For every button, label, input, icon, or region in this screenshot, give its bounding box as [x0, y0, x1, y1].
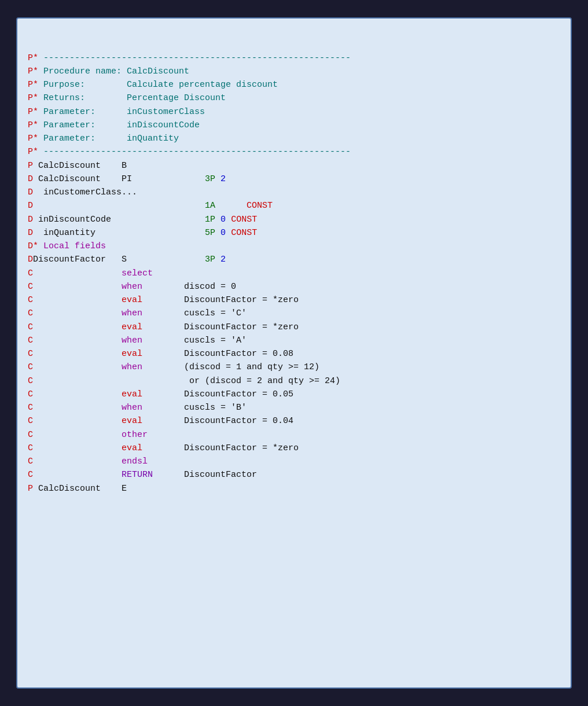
code-token: 1A [205, 201, 215, 211]
code-token: C [28, 457, 33, 466]
code-line: P* -------------------------------------… [28, 145, 560, 159]
code-token: other [122, 430, 148, 440]
code-token: CalcDiscount E [33, 484, 127, 494]
code-token: cuscls = [142, 403, 231, 413]
code-token: cuscls = [142, 308, 231, 318]
code-line: D* Local fields [28, 240, 560, 253]
code-line: P* Procedure name: CalcDiscount [28, 65, 560, 78]
code-block: P* -------------------------------------… [28, 24, 560, 495]
code-token: DiscountFactor S [33, 255, 205, 264]
code-token: P* [28, 80, 38, 90]
code-token [33, 308, 122, 318]
code-token: inCustomerClass... [33, 187, 137, 197]
code-token [226, 228, 231, 238]
code-token: C [28, 349, 33, 359]
code-token: Parameter: [38, 107, 127, 117]
code-token: DiscountFactor = 0.08 [142, 349, 293, 359]
code-token: C [28, 403, 33, 413]
code-token: D [28, 255, 33, 264]
code-token: (discod = 1 and qty >= 12) [142, 362, 319, 372]
code-line: P CalcDiscount E [28, 482, 560, 495]
code-line: P* Parameter: inCustomerClass [28, 105, 560, 119]
code-token: eval [122, 389, 142, 399]
code-token: DiscountFactor = *zero [142, 295, 299, 305]
code-token: C [28, 470, 33, 480]
code-token: P* [28, 147, 38, 157]
code-line: DDiscountFactor S 3P 2 [28, 253, 560, 266]
code-token: eval [122, 322, 142, 332]
code-token: inCustomerClass [127, 107, 205, 117]
code-line: P* Returns: Percentage Discount [28, 91, 560, 105]
code-token: eval [122, 349, 142, 359]
code-line: C eval DiscountFactor = *zero [28, 293, 560, 307]
code-token: inDiscountCode [33, 215, 205, 225]
code-token: select [122, 269, 153, 278]
code-token: 5P [205, 228, 215, 238]
code-line: C endsl [28, 455, 560, 468]
code-token: C [28, 389, 33, 399]
code-token: D [28, 228, 33, 238]
code-token: P* [28, 67, 38, 76]
code-token [33, 336, 122, 345]
code-token: 3P [205, 255, 215, 264]
code-token: Calculate percentage discount [127, 80, 278, 90]
code-token [226, 215, 231, 225]
code-token [33, 269, 122, 278]
code-token: 0 [220, 215, 226, 225]
code-line: C when discod = 0 [28, 280, 560, 293]
code-line: P* -------------------------------------… [28, 52, 560, 65]
code-token: C [28, 362, 33, 372]
code-token [33, 295, 122, 305]
code-token: when [122, 362, 142, 372]
code-token [215, 215, 220, 225]
code-token: C [28, 308, 33, 318]
code-token: DiscountFactor = 0.04 [142, 416, 293, 426]
code-token: 3P [205, 174, 215, 184]
code-token: inQuantity [127, 134, 179, 144]
code-token: D [28, 187, 33, 197]
code-token: Parameter: [38, 134, 127, 144]
code-token [33, 430, 122, 440]
code-token: 'A' [231, 336, 247, 345]
code-line: C when cuscls = 'B' [28, 401, 560, 414]
code-token: ----------------------------------------… [38, 53, 351, 63]
code-line: C eval DiscountFactor = 0.05 [28, 388, 560, 401]
code-token: C [28, 376, 33, 386]
code-token: DiscountFactor = *zero [142, 322, 299, 332]
code-token: Local fields [38, 241, 106, 251]
code-token: eval [122, 295, 142, 305]
code-token: when [122, 282, 142, 292]
code-token [33, 389, 122, 399]
code-token [33, 470, 122, 480]
code-token: ----------------------------------------… [38, 147, 351, 157]
code-token: Purpose: [38, 80, 127, 90]
code-token: when [122, 336, 142, 345]
code-token: DiscountFactor = *zero [142, 443, 299, 453]
code-token: eval [122, 416, 142, 426]
code-token: 'C' [231, 308, 247, 318]
code-token: 'B' [231, 403, 247, 413]
code-token: 1P [205, 215, 215, 225]
code-token [33, 403, 122, 413]
code-token: C [28, 443, 33, 453]
code-token: P* [28, 93, 38, 103]
code-token: discod = 0 [142, 282, 236, 292]
code-token: CONST [247, 201, 273, 211]
code-token: P* [28, 53, 38, 63]
code-token: Parameter: [38, 120, 127, 130]
code-line: D inDiscountCode 1P 0 CONST [28, 213, 560, 226]
code-token: C [28, 430, 33, 440]
code-token: Percentage Discount [127, 93, 226, 103]
code-token [33, 416, 122, 426]
code-token: CalcDiscount [127, 67, 189, 76]
code-token: Returns: [38, 93, 127, 103]
code-token: endsl [122, 457, 148, 466]
code-token: CalcDiscount PI [33, 174, 205, 184]
code-token [33, 443, 122, 453]
code-line: C or (discod = 2 and qty >= 24) [28, 374, 560, 388]
code-token: D* [28, 241, 38, 251]
code-token: P [28, 161, 33, 171]
code-line: D inCustomerClass... [28, 186, 560, 199]
code-token: when [122, 403, 142, 413]
code-line: C eval DiscountFactor = *zero [28, 442, 560, 455]
